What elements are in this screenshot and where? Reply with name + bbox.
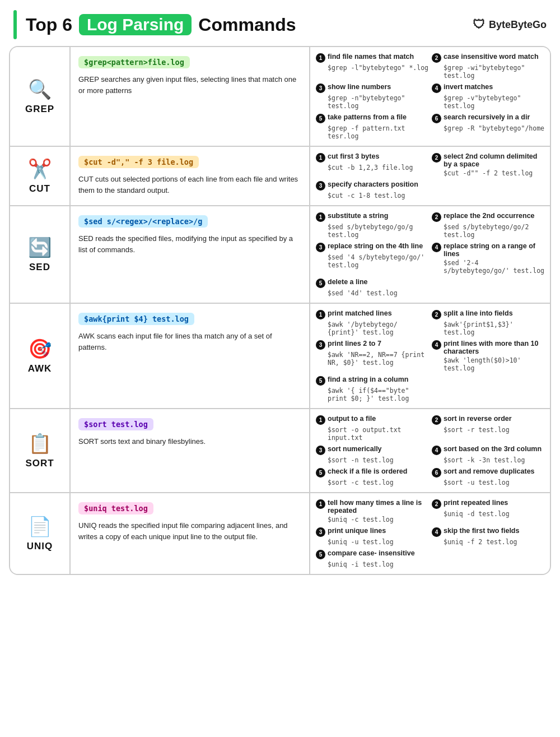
awk-example-2: 2split a line into fields$awk'{print$1,$… <box>432 309 544 336</box>
cut-name: CUT <box>29 183 50 194</box>
sort-example-num-4: 4 <box>432 446 441 455</box>
sort-example-4: 4sort based on the 3rd column$sort -k -3… <box>432 445 544 464</box>
sed-example-title-1: 1substitute a string <box>316 212 428 222</box>
awk-icon: 🎯 <box>28 337 52 360</box>
cut-example-1: 1cut first 3 bytes$cut -b 1,2,3 file.log <box>316 152 428 177</box>
uniq-desc: UNIQ reads the specified input file comp… <box>78 520 301 542</box>
cut-example-num-3: 3 <box>316 181 325 191</box>
grep-example-4: 4invert matches$grep -v"bytebytego" test… <box>432 83 544 110</box>
grep-example-titletext-1: find file names that match <box>328 53 414 61</box>
grep-example-num-5: 5 <box>316 114 325 123</box>
header: Top 6 Log Parsing Commands 🛡 ByteByteGo <box>0 0 560 46</box>
cmd-middle-awk: $awk{print $4} test.logAWK scans each in… <box>71 304 310 408</box>
uniq-example-code-1: $uniq -c test.log <box>328 516 428 523</box>
cmd-row-sort: 📋SORT$sort test.logSORT sorts text and b… <box>10 409 550 493</box>
uniq-example-2: 2print repeated lines$uniq -d test.log <box>432 499 544 523</box>
sort-example-titletext-2: sort in reverse order <box>444 415 512 423</box>
awk-example-titletext-2: split a line into fields <box>444 309 513 317</box>
cmd-right-sort: 1output to a file$sort -o output.txt inp… <box>310 409 550 492</box>
cut-example-code-2: $cut -d"" -f 2 test.log <box>444 169 544 177</box>
awk-example-title-2: 2split a line into fields <box>432 309 544 319</box>
sed-example-code-1: $sed s/bytebytego/go/g test.log <box>328 223 428 239</box>
sed-example-4: 4replace string on a range of lines$sed … <box>432 242 544 275</box>
awk-example-1: 1print matched lines$awk '/bytebytego/ {… <box>316 309 428 336</box>
sed-example-5: 5delete a line$sed '4d' test.log <box>316 278 428 297</box>
sort-example-titletext-5: check if a file is ordered <box>328 467 407 475</box>
cmd-middle-sort: $sort test.logSORT sorts text and binary… <box>71 409 310 492</box>
sort-example-code-4: $sort -k -3n test.log <box>444 456 544 464</box>
grep-example-title-4: 4invert matches <box>432 83 544 93</box>
uniq-example-5: 5compare case- insensitive$uniq -i test.… <box>316 549 428 568</box>
sort-example-1: 1output to a file$sort -o output.txt inp… <box>316 415 428 442</box>
cmd-row-cut: ✂️CUT$cut -d"," -f 3 file.logCUT cuts ou… <box>10 147 550 206</box>
grep-example-num-3: 3 <box>316 84 325 93</box>
sort-example-title-6: 6sort and remove duplicates <box>432 467 544 478</box>
cut-icon: ✂️ <box>28 157 52 180</box>
sort-example-num-3: 3 <box>316 446 325 455</box>
awk-example-num-5: 5 <box>316 376 325 386</box>
brand: 🛡 ByteByteGo <box>473 17 547 32</box>
grep-example-code-5: $grep -f pattern.txt tesr.log <box>328 124 428 140</box>
grep-example-1: 1find file names that match$grep -l"byte… <box>316 53 428 80</box>
grep-example-3: 3show line numbers$grep -n"bytebytego" t… <box>316 83 428 110</box>
grep-example-titletext-2: case insensitive word match <box>444 53 539 61</box>
uniq-name: UNIQ <box>27 541 53 552</box>
grep-example-title-3: 3show line numbers <box>316 83 428 93</box>
awk-example-titletext-1: print matched lines <box>328 309 392 317</box>
sed-example-titletext-3: replace string on the 4th line <box>328 242 423 250</box>
uniq-syntax: $uniq test.log <box>78 502 153 514</box>
uniq-example-titletext-3: print unique lines <box>328 527 386 535</box>
sed-example-title-3: 3replace string on the 4th line <box>316 242 428 252</box>
header-suffix: Commands <box>198 15 296 35</box>
sort-example-title-5: 5check if a file is ordered <box>316 467 428 478</box>
awk-example-title-1: 1print matched lines <box>316 309 428 319</box>
sed-example-num-5: 5 <box>316 279 325 288</box>
awk-desc: AWK scans each input file for lines tha … <box>78 331 301 353</box>
uniq-example-num-5: 5 <box>316 550 325 559</box>
cmd-row-sed: 🔄SED$sed s/<regex>/<replace>/gSED reads … <box>10 206 550 304</box>
grep-example-num-1: 1 <box>316 53 325 63</box>
cmd-right-cut: 1cut first 3 bytes$cut -b 1,2,3 file.log… <box>310 147 550 205</box>
awk-example-num-1: 1 <box>316 310 325 319</box>
cut-example-2: 2select 2nd column delimited by a space$… <box>432 152 544 177</box>
cmd-middle-uniq: $uniq test.logUNIQ reads the specified i… <box>71 493 310 574</box>
sort-example-3: 3sort numerically$sort -n test.log <box>316 445 428 464</box>
sort-desc: SORT sorts text and binary filesbylines. <box>78 436 301 447</box>
header-prefix: Top 6 <box>26 15 72 35</box>
sort-example-code-1: $sort -o output.txt input.txt <box>328 426 428 442</box>
commands-table: 🔍GREP$grep<pattern>file.logGREP searches… <box>9 46 551 575</box>
awk-example-code-1: $awk '/bytebytego/ {print}' test.log <box>328 321 428 336</box>
uniq-example-num-4: 4 <box>432 527 441 537</box>
uniq-example-title-1: 1tell how many times a line is repeated <box>316 499 428 514</box>
grep-desc: GREP searches any given input files, sel… <box>78 74 301 96</box>
sort-example-2: 2sort in reverse order$sort -r test.log <box>432 415 544 442</box>
cut-example-title-2: 2select 2nd column delimited by a space <box>432 152 544 168</box>
uniq-example-num-2: 2 <box>432 499 441 509</box>
sort-example-title-4: 4sort based on the 3rd column <box>432 445 544 455</box>
brand-icon: 🛡 <box>473 17 485 32</box>
grep-example-num-4: 4 <box>432 84 441 93</box>
cmd-right-awk: 1print matched lines$awk '/bytebytego/ {… <box>310 304 550 408</box>
sed-example-titletext-1: substitute a string <box>328 212 388 220</box>
cut-example-titletext-2: select 2nd column delimited by a space <box>444 152 544 168</box>
sort-example-5: 5check if a file is ordered$sort -c test… <box>316 467 428 486</box>
uniq-example-4: 4skip the first two fields$uniq -f 2 tes… <box>432 527 544 546</box>
cmd-left-sed: 🔄SED <box>10 206 71 303</box>
grep-name: GREP <box>25 104 54 115</box>
awk-example-num-3: 3 <box>316 340 325 350</box>
sort-example-num-5: 5 <box>316 468 325 478</box>
sort-example-num-1: 1 <box>316 415 325 425</box>
cmd-left-cut: ✂️CUT <box>10 147 71 205</box>
sed-desc: SED reads the specified files, modifying… <box>78 233 301 255</box>
sort-example-title-1: 1output to a file <box>316 415 428 425</box>
sed-example-num-2: 2 <box>432 212 441 222</box>
uniq-example-code-2: $uniq -d test.log <box>444 510 544 518</box>
uniq-example-num-1: 1 <box>316 499 325 509</box>
grep-example-6: 6search recursively in a dir$grep -R "by… <box>432 113 544 140</box>
uniq-example-3: 3print unique lines$uniq -u test.log <box>316 527 428 546</box>
uniq-example-num-3: 3 <box>316 527 325 537</box>
cut-syntax: $cut -d"," -f 3 file.log <box>78 156 199 168</box>
cmd-right-sed: 1substitute a string$sed s/bytebytego/go… <box>310 206 550 303</box>
grep-example-title-5: 5take patterns from a file <box>316 113 428 123</box>
sed-example-code-3: $sed '4 s/bytebytego/go/' test.log <box>328 253 428 269</box>
